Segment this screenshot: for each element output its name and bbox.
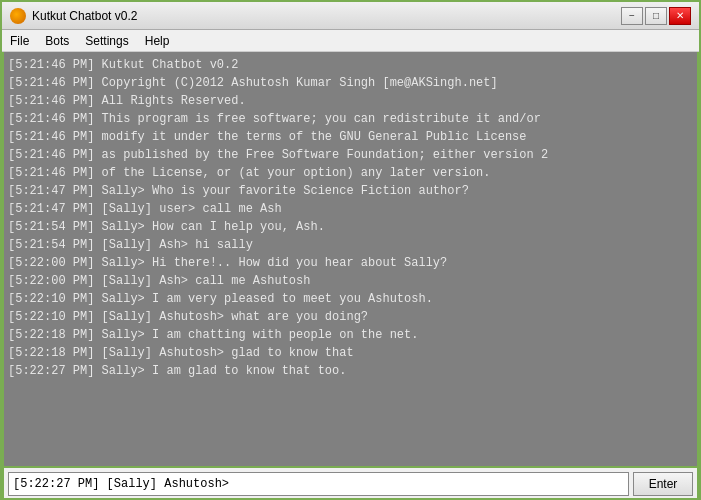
main-window: Kutkut Chatbot v0.2 − □ ✕ FileBotsSettin… — [0, 0, 701, 500]
main-container: [5:21:46 PM] Kutkut Chatbot v0.2[5:21:46… — [2, 52, 699, 500]
menu-bar: FileBotsSettingsHelp — [2, 30, 699, 52]
enter-button[interactable]: Enter — [633, 472, 693, 496]
close-button[interactable]: ✕ — [669, 7, 691, 25]
chat-line: [5:22:00 PM] Sally> Hi there!.. How did … — [8, 254, 693, 272]
menu-item-help[interactable]: Help — [137, 30, 178, 51]
window-title: Kutkut Chatbot v0.2 — [32, 9, 137, 23]
input-area: Enter — [4, 466, 697, 500]
chat-line: [5:21:46 PM] Kutkut Chatbot v0.2 — [8, 56, 693, 74]
chat-line: [5:21:46 PM] All Rights Reserved. — [8, 92, 693, 110]
chat-line: [5:21:46 PM] Copyright (C)2012 Ashutosh … — [8, 74, 693, 92]
chat-line: [5:21:47 PM] Sally> Who is your favorite… — [8, 182, 693, 200]
chat-line: [5:22:27 PM] Sally> I am glad to know th… — [8, 362, 693, 380]
menu-item-file[interactable]: File — [2, 30, 37, 51]
chat-line: [5:21:46 PM] modify it under the terms o… — [8, 128, 693, 146]
app-icon — [10, 8, 26, 24]
chat-line: [5:21:46 PM] of the License, or (at your… — [8, 164, 693, 182]
menu-item-settings[interactable]: Settings — [77, 30, 136, 51]
minimize-button[interactable]: − — [621, 7, 643, 25]
title-bar: Kutkut Chatbot v0.2 − □ ✕ — [2, 2, 699, 30]
chat-area[interactable]: [5:21:46 PM] Kutkut Chatbot v0.2[5:21:46… — [4, 52, 697, 466]
title-bar-left: Kutkut Chatbot v0.2 — [10, 8, 137, 24]
chat-line: [5:22:00 PM] [Sally] Ash> call me Ashuto… — [8, 272, 693, 290]
menu-item-bots[interactable]: Bots — [37, 30, 77, 51]
maximize-button[interactable]: □ — [645, 7, 667, 25]
chat-line: [5:22:18 PM] [Sally] Ashutosh> glad to k… — [8, 344, 693, 362]
chat-line: [5:22:18 PM] Sally> I am chatting with p… — [8, 326, 693, 344]
chat-line: [5:21:54 PM] [Sally] Ash> hi sally — [8, 236, 693, 254]
window-controls: − □ ✕ — [621, 7, 691, 25]
chat-input[interactable] — [8, 472, 629, 496]
chat-line: [5:22:10 PM] [Sally] Ashutosh> what are … — [8, 308, 693, 326]
chat-line: [5:21:46 PM] as published by the Free So… — [8, 146, 693, 164]
chat-line: [5:21:47 PM] [Sally] user> call me Ash — [8, 200, 693, 218]
chat-line: [5:21:54 PM] Sally> How can I help you, … — [8, 218, 693, 236]
chat-line: [5:21:46 PM] This program is free softwa… — [8, 110, 693, 128]
chat-line: [5:22:10 PM] Sally> I am very pleased to… — [8, 290, 693, 308]
